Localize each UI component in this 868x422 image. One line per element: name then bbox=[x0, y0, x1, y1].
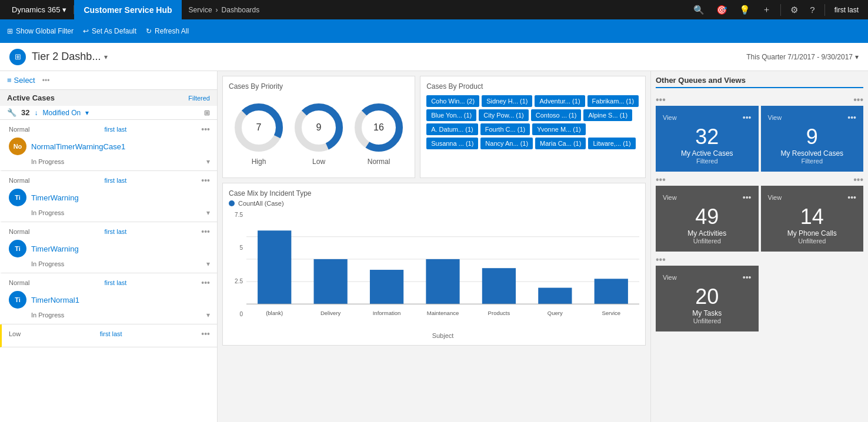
case-more-icon[interactable]: ••• bbox=[201, 227, 210, 236]
tag[interactable]: Maria Ca... (1) bbox=[535, 138, 586, 149]
bar-chart-wrapper: 0 2.5 5 7.5 bbox=[229, 212, 639, 339]
info-icon[interactable]: 💡 bbox=[735, 2, 755, 18]
dynamics-365-link[interactable]: Dynamics 365 ▾ bbox=[5, 5, 74, 14]
svg-text:Delivery: Delivery bbox=[321, 310, 341, 316]
tag[interactable]: Litware,... (1) bbox=[588, 138, 635, 149]
case-priority: Normal bbox=[9, 228, 29, 235]
tag[interactable]: Alpine S... (1) bbox=[583, 109, 632, 121]
queue-more-2[interactable]: ••• bbox=[853, 95, 863, 105]
queue-card-more-icon[interactable]: ••• bbox=[743, 273, 752, 282]
select-button[interactable]: ≡ Select bbox=[7, 76, 35, 85]
case-expand-icon[interactable]: ▾ bbox=[206, 311, 210, 319]
dashboard-title-chevron[interactable]: ▾ bbox=[104, 53, 108, 61]
case-more-icon[interactable]: ••• bbox=[201, 176, 210, 185]
settings-icon[interactable]: ⚙ bbox=[786, 2, 803, 18]
tag[interactable]: A. Datum... (1) bbox=[426, 123, 478, 135]
tag[interactable]: Blue Yon... (1) bbox=[426, 109, 476, 121]
app-title: Customer Service Hub bbox=[74, 0, 181, 19]
tag[interactable]: Coho Win... (2) bbox=[426, 95, 479, 107]
case-expand-icon[interactable]: ▾ bbox=[206, 158, 210, 166]
case-expand-icon[interactable]: ▾ bbox=[206, 260, 210, 268]
sort-direction-icon[interactable]: ▾ bbox=[85, 109, 89, 117]
help-icon[interactable]: ? bbox=[805, 2, 819, 17]
tag[interactable]: Fabrikam... (1) bbox=[587, 95, 639, 107]
queue-card-activities[interactable]: View ••• 49 My Activities Unfiltered bbox=[656, 186, 759, 252]
case-priority: Normal bbox=[9, 126, 29, 133]
case-more-icon[interactable]: ••• bbox=[201, 329, 210, 339]
case-name[interactable]: TimerNormal1 bbox=[31, 296, 210, 304]
queue-more-5[interactable]: ••• bbox=[656, 254, 666, 265]
sort-label[interactable]: Modified On bbox=[42, 109, 81, 117]
case-expand-icon[interactable]: ▾ bbox=[206, 209, 210, 217]
svg-text:Products: Products bbox=[488, 310, 510, 316]
queue-card-phone-calls[interactable]: View ••• 14 My Phone Calls Unfiltered bbox=[761, 186, 864, 252]
case-status: In Progress bbox=[31, 312, 64, 319]
svg-text:Information: Information bbox=[373, 310, 401, 316]
queue-card-tasks[interactable]: View ••• 20 My Tasks Unfiltered bbox=[656, 266, 759, 331]
sort-arrow-icon: ↓ bbox=[34, 109, 38, 117]
case-status: In Progress bbox=[31, 260, 64, 267]
tag[interactable]: Nancy An... (1) bbox=[480, 138, 533, 149]
queue-card-resolved-cases[interactable]: View ••• 9 My Resolved Cases Filtered bbox=[761, 106, 864, 172]
table-row: Normal first last ••• Ti TimerWarning In… bbox=[0, 171, 217, 222]
topbar-right: 🔍 🎯 💡 ＋ ⚙ ? first last bbox=[689, 2, 863, 18]
search-icon[interactable]: 🔍 bbox=[689, 2, 709, 18]
tag[interactable]: Susanna ... (1) bbox=[426, 138, 478, 149]
case-name[interactable]: NormalTimerWarningCase1 bbox=[31, 142, 210, 151]
case-status: In Progress bbox=[31, 209, 64, 216]
queue-more-4[interactable]: ••• bbox=[853, 175, 863, 185]
svg-text:7: 7 bbox=[256, 122, 262, 132]
tag[interactable]: Adventur... (1) bbox=[535, 95, 585, 107]
case-name[interactable]: TimerWarning bbox=[31, 245, 210, 253]
add-icon[interactable]: ＋ bbox=[757, 2, 776, 18]
queue-card-more-icon[interactable]: ••• bbox=[847, 113, 856, 122]
refresh-all-button[interactable]: ↻ Refresh All bbox=[146, 27, 189, 35]
donut-high-chart: 7 bbox=[232, 101, 285, 154]
svg-rect-16 bbox=[426, 259, 459, 304]
svg-text:16: 16 bbox=[373, 122, 384, 132]
case-priority: Normal bbox=[9, 177, 29, 184]
tag[interactable]: City Pow... (1) bbox=[479, 109, 528, 121]
left-panel: ≡ Select ••• Active Cases Filtered 🔧 32 … bbox=[0, 71, 218, 422]
case-name[interactable]: TimerWarning bbox=[31, 193, 210, 202]
case-status: In Progress bbox=[31, 158, 64, 165]
avatar: Ti bbox=[9, 240, 26, 257]
target-icon[interactable]: 🎯 bbox=[712, 2, 732, 18]
case-priority: Low bbox=[9, 330, 21, 337]
donut-normal-label: Normal bbox=[368, 158, 390, 166]
d365-chevron: ▾ bbox=[62, 5, 66, 14]
queue-card-more-icon[interactable]: ••• bbox=[743, 113, 752, 122]
cases-by-product-title: Cases By Product bbox=[426, 82, 639, 91]
queue-grid-row-2: View ••• 49 My Activities Unfiltered Vie… bbox=[656, 186, 863, 252]
svg-text:(blank): (blank) bbox=[266, 310, 283, 316]
divider2 bbox=[824, 4, 825, 16]
tag[interactable]: Contoso ... (1) bbox=[531, 109, 582, 121]
queue-row-spacer-3: ••• bbox=[656, 254, 863, 266]
queue-card-more-icon[interactable]: ••• bbox=[847, 193, 856, 202]
show-global-filter-button[interactable]: ⊞ Show Global Filter bbox=[7, 27, 74, 35]
set-as-default-button[interactable]: ↩ Set As Default bbox=[83, 27, 136, 35]
tag[interactable]: Yvonne M... (1) bbox=[532, 123, 586, 135]
filtered-badge: Filtered bbox=[188, 95, 210, 102]
case-count: 32 bbox=[21, 108, 29, 117]
cases-by-priority-card: Cases By Priority 7 High bbox=[222, 76, 415, 178]
tag[interactable]: Sidney H... (1) bbox=[482, 95, 532, 107]
svg-rect-18 bbox=[538, 288, 572, 304]
tag[interactable]: Fourth C... (1) bbox=[480, 123, 530, 135]
view-toggle-icon[interactable]: ⊞ bbox=[204, 109, 210, 117]
case-more-icon[interactable]: ••• bbox=[201, 278, 210, 287]
donut-low-chart: 9 bbox=[292, 101, 345, 154]
queue-number: 32 bbox=[663, 125, 752, 149]
date-chevron-icon[interactable]: ▾ bbox=[855, 53, 859, 61]
active-cases-header: Active Cases Filtered bbox=[0, 90, 217, 106]
queue-card-more-icon[interactable]: ••• bbox=[743, 193, 752, 202]
queue-more-3[interactable]: ••• bbox=[656, 175, 666, 185]
queue-card-active-cases[interactable]: View ••• 32 My Active Cases Filtered bbox=[656, 106, 759, 172]
left-panel-more[interactable]: ••• bbox=[42, 76, 50, 85]
case-priority: Normal bbox=[9, 279, 29, 286]
svg-rect-13 bbox=[258, 230, 291, 304]
table-row: Normal first last ••• Ti TimerNormal1 In… bbox=[0, 273, 217, 324]
queue-more-1[interactable]: ••• bbox=[656, 95, 666, 105]
top-charts-row: Cases By Priority 7 High bbox=[222, 76, 646, 178]
case-more-icon[interactable]: ••• bbox=[201, 125, 210, 134]
